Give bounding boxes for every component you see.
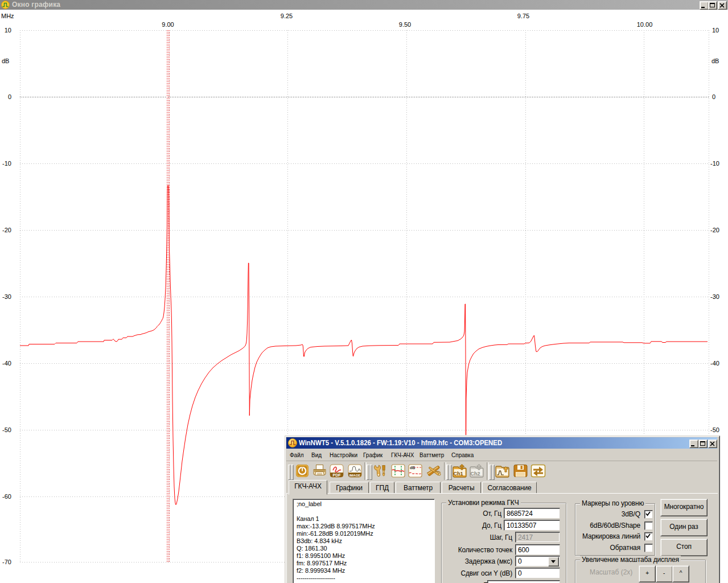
svg-text:9.75: 9.75 [517,13,529,19]
svg-text:dB: dB [2,58,9,64]
svg-text:-30: -30 [710,293,719,300]
svg-text:-40: -40 [710,360,719,367]
svg-text:IMAGE: IMAGE [349,474,361,477]
svg-text:10: 10 [5,27,11,34]
svg-text:PDF: PDF [333,473,342,477]
svg-text:-50: -50 [710,426,719,433]
svg-text:-40: -40 [2,360,11,367]
svg-text:9.25: 9.25 [281,13,293,19]
svg-text:Ch2: Ch2 [470,471,480,477]
svg-text:0: 0 [8,93,11,100]
svg-text:-20: -20 [710,227,719,233]
svg-text:0: 0 [712,93,715,100]
svg-text:10.00: 10.00 [637,21,653,28]
svg-text:dB: dB [711,58,719,64]
svg-text:-50: -50 [2,426,11,433]
svg-text:-30: -30 [2,293,11,300]
svg-text:-20: -20 [2,227,11,233]
svg-text:9.00: 9.00 [162,21,174,28]
svg-text:MHz: MHz [1,13,14,19]
svg-text:Ch1: Ch1 [453,471,463,477]
svg-text:-60: -60 [2,493,11,500]
svg-text:-70: -70 [2,559,11,565]
svg-text:-10: -10 [2,160,11,167]
svg-text:9.50: 9.50 [399,21,411,28]
svg-text:10: 10 [712,27,719,34]
svg-text:-10: -10 [710,160,719,167]
